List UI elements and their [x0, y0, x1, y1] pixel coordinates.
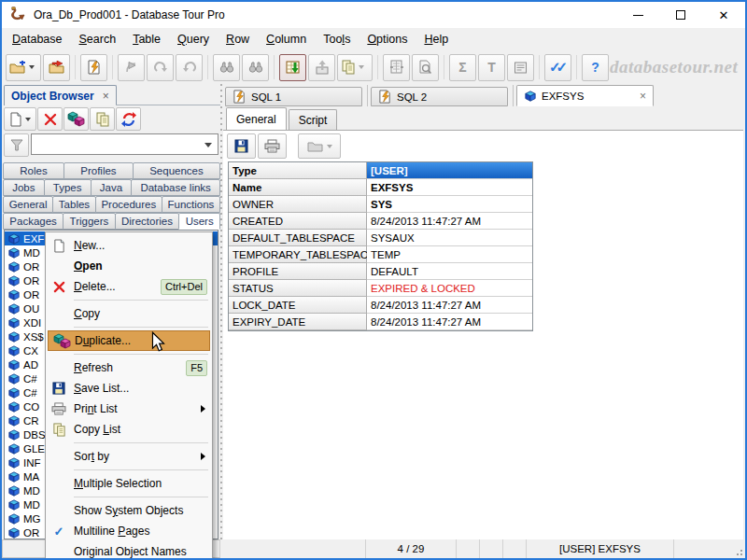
delete-object-button[interactable]: [37, 107, 63, 131]
open-database-button[interactable]: [6, 54, 41, 81]
category-tab-packages[interactable]: Packages: [3, 213, 63, 230]
tab-script[interactable]: Script: [289, 109, 338, 130]
replace-button[interactable]: [242, 54, 269, 81]
category-tab-types[interactable]: Types: [44, 179, 92, 196]
text-icon: T: [487, 60, 496, 75]
new-object-button[interactable]: [4, 107, 36, 131]
report-button[interactable]: [507, 54, 534, 81]
close-database-button[interactable]: [43, 54, 70, 81]
tab-exfsys[interactable]: EXFSYS ×: [516, 85, 654, 106]
category-tab-jobs[interactable]: Jobs: [3, 179, 45, 196]
help-button[interactable]: ?: [582, 54, 609, 81]
import-data-button[interactable]: [279, 54, 306, 81]
menu-item-query[interactable]: Query: [169, 30, 218, 49]
menu-item-search[interactable]: Search: [71, 30, 125, 49]
category-tab-procedures[interactable]: Procedures: [95, 196, 162, 213]
sum-button[interactable]: Σ: [449, 54, 476, 81]
context-menu-item-delete[interactable]: Delete... Ctrl+Del: [46, 276, 212, 297]
category-tab-sequences[interactable]: Sequences: [133, 162, 220, 179]
context-menu-item-multiline-pages[interactable]: ✓ Multiline Pages: [46, 521, 212, 541]
category-tab-database-links[interactable]: Database links: [131, 179, 220, 196]
context-menu-item-copy[interactable]: Copy: [46, 303, 212, 324]
context-menu-item-multiple-selection[interactable]: Multiple Selection: [46, 473, 212, 494]
menu-item-row[interactable]: Row: [218, 30, 258, 49]
object-browser-tab[interactable]: Object Browser ×: [4, 85, 117, 105]
print-button[interactable]: [258, 133, 287, 159]
close-button[interactable]: ✕: [702, 2, 745, 28]
context-menu-item-print-list[interactable]: Print List: [46, 399, 212, 419]
sql-editor-button[interactable]: [80, 54, 107, 81]
tab-sql-1[interactable]: SQL 1: [225, 87, 362, 106]
category-tab-java[interactable]: Java: [91, 179, 133, 196]
property-row[interactable]: TEMPORARY_TABLESPACETEMP: [229, 246, 532, 263]
status-panel: [220, 539, 366, 558]
detail-tabstrip: General Script: [223, 106, 743, 130]
report-icon: [514, 61, 528, 75]
category-tab-directories[interactable]: Directories: [115, 213, 180, 230]
verify-data-button[interactable]: ✓✓: [544, 54, 571, 81]
panel-splitter[interactable]: [220, 84, 222, 539]
object-filter-combobox[interactable]: [31, 133, 218, 155]
context-menu-item-sort-by[interactable]: Sort by: [46, 446, 212, 467]
object-browser-close-icon[interactable]: ×: [103, 90, 109, 103]
property-row[interactable]: EXPIRY_DATE8/24/2013 11:47:27 AM: [229, 314, 532, 330]
export-data-button[interactable]: [308, 54, 335, 81]
resize-grip[interactable]: [734, 547, 743, 556]
copy-object-button[interactable]: [90, 107, 115, 131]
context-menu-item-copy-list[interactable]: Copy List: [46, 419, 212, 440]
print-preview-button[interactable]: [412, 54, 439, 81]
context-menu-item-open[interactable]: Open: [46, 256, 212, 276]
menu-item-table[interactable]: Table: [124, 30, 169, 49]
cube-icon: [7, 485, 21, 497]
tab-general[interactable]: General: [226, 107, 287, 130]
checkmark-icon: ✓: [49, 525, 68, 539]
property-row[interactable]: NameEXFSYS: [229, 179, 532, 196]
context-menu-item-refresh[interactable]: Refresh F5: [46, 357, 212, 378]
cube-icon: [524, 91, 537, 102]
tab-sql-2[interactable]: SQL 2: [371, 87, 508, 106]
context-menu-item-duplicate[interactable]: Duplicate...: [48, 330, 210, 351]
context-menu-item-show-system-objects[interactable]: Show System Objects: [46, 500, 212, 521]
filter-button[interactable]: [4, 133, 29, 157]
category-tab-triggers[interactable]: Triggers: [63, 213, 115, 230]
save-button[interactable]: [227, 133, 256, 159]
menu-item-help[interactable]: Help: [416, 30, 457, 49]
property-label: PROFILE: [229, 263, 367, 280]
category-tab-profiles[interactable]: Profiles: [63, 162, 134, 179]
menu-item-column[interactable]: Column: [258, 30, 315, 49]
property-row[interactable]: CREATED8/24/2013 11:47:27 AM: [229, 213, 532, 230]
context-menu-item-new[interactable]: New...: [46, 235, 212, 256]
form-view-button[interactable]: [383, 54, 410, 81]
redo-button[interactable]: [147, 54, 174, 81]
category-tab-users[interactable]: Users: [178, 213, 220, 230]
tab-close-icon[interactable]: ×: [640, 90, 646, 103]
menu-item-options[interactable]: Options: [359, 30, 416, 49]
category-tab-general[interactable]: General: [3, 196, 53, 213]
copy-button[interactable]: [337, 54, 373, 81]
category-tab-functions[interactable]: Functions: [162, 196, 220, 213]
property-table: Type[USER] NameEXFSYS OWNERSYS CREATED8/…: [228, 161, 533, 331]
maximize-button[interactable]: [659, 2, 702, 28]
menu-item-database[interactable]: Database: [4, 30, 71, 49]
duplicate-object-button[interactable]: [63, 107, 89, 131]
menu-separator: [74, 327, 208, 328]
text-button[interactable]: T: [478, 54, 505, 81]
find-button[interactable]: [213, 54, 240, 81]
execute-button[interactable]: [118, 54, 145, 81]
context-menu-item-original-object-names[interactable]: Original Object Names: [46, 541, 212, 560]
property-row[interactable]: PROFILEDEFAULT: [229, 263, 532, 280]
property-row[interactable]: Type[USER]: [229, 162, 532, 179]
context-menu-item-save-list[interactable]: Save List...: [46, 378, 212, 399]
property-row[interactable]: OWNERSYS: [229, 196, 532, 213]
refresh-list-button[interactable]: [116, 107, 141, 131]
category-tab-tables[interactable]: Tables: [52, 196, 96, 213]
open-in-folder-button[interactable]: [298, 133, 341, 159]
property-row[interactable]: LOCK_DATE8/24/2013 11:47:27 AM: [229, 297, 532, 314]
filter-input[interactable]: [32, 134, 218, 154]
category-tab-roles[interactable]: Roles: [3, 162, 64, 179]
minimize-button[interactable]: [616, 2, 659, 28]
menu-item-tools[interactable]: Tools: [315, 30, 359, 49]
property-row[interactable]: STATUSEXPIRED & LOCKED: [229, 280, 532, 297]
undo-button[interactable]: [176, 54, 203, 81]
property-row[interactable]: DEFAULT_TABLESPACESYSAUX: [229, 230, 532, 246]
